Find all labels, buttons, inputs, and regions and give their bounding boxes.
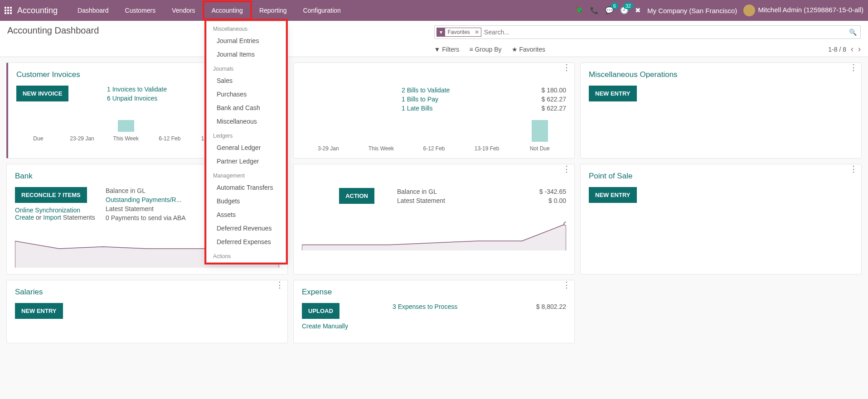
dd-auto-transfers[interactable]: Automatic Transfers xyxy=(207,181,286,194)
phone-icon[interactable]: 📞 xyxy=(590,6,599,14)
link-create-manually[interactable]: Create Manually xyxy=(302,322,393,330)
pager: 1-8 / 8 ‹ › xyxy=(828,44,861,54)
dd-deferred-revenues[interactable]: Deferred Revenues xyxy=(207,221,286,235)
nav-reporting[interactable]: Reporting xyxy=(251,1,295,19)
dd-deferred-expenses[interactable]: Deferred Expenses xyxy=(207,235,286,249)
activities-icon[interactable]: 🕘32 xyxy=(620,6,629,14)
card-menu[interactable] xyxy=(563,284,571,286)
dd-miscellaneous[interactable]: Miscellaneous xyxy=(207,115,286,128)
reconcile-button[interactable]: RECONCILE 7 ITEMS xyxy=(15,187,87,203)
new-invoice-button[interactable]: NEW INVOICE xyxy=(16,86,68,101)
facet-remove[interactable]: ✕ xyxy=(473,29,481,35)
kanban: Customer Invoices NEW INVOICE 1 Invoices… xyxy=(0,57,868,349)
accounting-dropdown: Miscellaneous Journal Entries Journal It… xyxy=(206,21,286,263)
action-button[interactable]: ACTION xyxy=(339,188,374,204)
dd-partner-ledger[interactable]: Partner Ledger xyxy=(207,154,286,168)
nav-vendors[interactable]: Vendors xyxy=(164,1,203,19)
label: Latest Statement xyxy=(397,197,445,204)
nav-customers[interactable]: Customers xyxy=(117,1,164,19)
dd-sec-misc: Miscellaneous xyxy=(207,21,286,34)
svg-point-1 xyxy=(564,222,566,226)
val: $ 8,802.22 xyxy=(536,303,566,310)
nav-accounting[interactable]: Accounting xyxy=(204,1,251,19)
link-online-sync[interactable]: Online Synchronization xyxy=(15,207,106,214)
dd-sec-actions: Actions xyxy=(207,249,286,261)
upload-button[interactable]: UPLOAD xyxy=(302,303,339,319)
nav-menus: Dashboard Customers Vendors Accounting R… xyxy=(69,1,349,19)
card-title[interactable]: Miscellaneous Operations xyxy=(589,70,853,79)
nav-dashboard[interactable]: Dashboard xyxy=(69,1,117,19)
card-misc-ops: Miscellaneous Operations NEW ENTRY xyxy=(580,62,862,159)
filters-button[interactable]: ▼ Filters xyxy=(434,46,460,53)
card-menu[interactable] xyxy=(849,168,858,170)
create-import-line: Create or Import Statements xyxy=(15,214,106,221)
filter-icon: ▾ xyxy=(437,28,445,36)
search-input[interactable] xyxy=(481,27,847,38)
dd-bank-and-cash[interactable]: Bank and Cash xyxy=(207,101,286,115)
card-vendor-bills: 2 Bills to Validate$ 180.00 1 Bills to P… xyxy=(293,62,575,159)
link-outstanding[interactable]: Outstanding Payments/R... xyxy=(106,196,181,203)
user-name: Mitchell Admin (12598867-15-0-all) xyxy=(758,6,863,14)
tools-icon[interactable]: ✖ xyxy=(635,6,641,14)
card-title[interactable]: Salaries xyxy=(15,288,279,297)
card-menu[interactable] xyxy=(563,168,571,170)
link-bills-pay[interactable]: 1 Bills to Pay xyxy=(402,96,438,103)
dd-reconciliation[interactable]: Reconciliation xyxy=(207,261,286,263)
val: $ 622.27 xyxy=(542,105,567,112)
val: $ 622.27 xyxy=(542,96,567,103)
company-switcher[interactable]: My Company (San Francisco) xyxy=(647,7,737,14)
dd-sec-ledgers: Ledgers xyxy=(207,128,286,141)
val: $ -342.65 xyxy=(539,188,566,195)
messages-icon[interactable]: 💬6 xyxy=(605,6,614,14)
search-area: ▾ Favorites ✕ 🔍 xyxy=(434,25,861,39)
card-menu[interactable] xyxy=(849,67,858,69)
new-entry-button[interactable]: NEW ENTRY xyxy=(15,303,63,319)
search-icon[interactable]: 🔍 xyxy=(847,29,858,36)
line-chart-cash xyxy=(302,212,566,250)
card-salaries: Salaries NEW ENTRY xyxy=(6,280,288,343)
user-menu[interactable]: Mitchell Admin (12598867-15-0-all) xyxy=(743,5,863,16)
new-entry-button[interactable]: NEW ENTRY xyxy=(589,187,637,203)
dd-sec-management: Management xyxy=(207,168,286,181)
link-create[interactable]: Create xyxy=(15,214,34,221)
card-menu[interactable] xyxy=(563,67,571,69)
card-title[interactable]: Point of Sale xyxy=(589,172,853,181)
facet-label: Favorites xyxy=(445,29,473,35)
groupby-button[interactable]: ≡ Group By xyxy=(469,46,501,53)
dd-journal-items[interactable]: Journal Items xyxy=(207,48,286,61)
card-menu[interactable] xyxy=(276,284,284,286)
dd-purchases[interactable]: Purchases xyxy=(207,87,286,101)
app-brand[interactable]: Accounting xyxy=(17,6,58,15)
card-pos: Point of Sale NEW ENTRY xyxy=(580,164,862,274)
pager-next[interactable]: › xyxy=(858,44,861,54)
label: 0 Payments to send via ABA xyxy=(106,214,186,221)
dd-general-ledger[interactable]: General Ledger xyxy=(207,141,286,154)
link-expenses-process[interactable]: 3 Expenses to Process xyxy=(393,303,457,310)
label: Balance in GL xyxy=(397,188,437,195)
favorites-button[interactable]: ★ Favorites xyxy=(512,46,545,53)
val: $ 0.00 xyxy=(548,197,566,204)
nav-configuration[interactable]: Configuration xyxy=(295,1,349,19)
link-bills-validate[interactable]: 2 Bills to Validate xyxy=(402,87,450,94)
dd-journal-entries[interactable]: Journal Entries xyxy=(207,34,286,48)
search-facet: ▾ Favorites ✕ xyxy=(436,28,481,37)
link-import[interactable]: Import xyxy=(43,214,61,221)
dd-budgets[interactable]: Budgets xyxy=(207,194,286,208)
search-box[interactable]: ▾ Favorites ✕ 🔍 xyxy=(434,25,861,39)
dd-sales[interactable]: Sales xyxy=(207,74,286,87)
link-invoices-to-validate[interactable]: 1 Invoices to Validate xyxy=(107,86,167,93)
dd-sec-journals: Journals xyxy=(207,61,286,74)
debug-icon[interactable]: 🪲 xyxy=(575,6,584,14)
val: $ 180.00 xyxy=(542,87,567,94)
link-late-bills[interactable]: 1 Late Bills xyxy=(402,105,432,112)
activities-badge: 32 xyxy=(623,3,633,9)
apps-icon[interactable] xyxy=(5,6,13,14)
messages-badge: 6 xyxy=(611,3,618,9)
link-unpaid-invoices[interactable]: 6 Unpaid Invoices xyxy=(107,95,157,102)
dd-assets[interactable]: Assets xyxy=(207,208,286,221)
card-expense: Expense UPLOAD Create Manually 3 Expense… xyxy=(293,280,575,343)
new-entry-button[interactable]: NEW ENTRY xyxy=(589,86,637,101)
avatar xyxy=(743,5,755,16)
pager-prev[interactable]: ‹ xyxy=(851,44,853,54)
card-title[interactable]: Expense xyxy=(302,288,566,297)
